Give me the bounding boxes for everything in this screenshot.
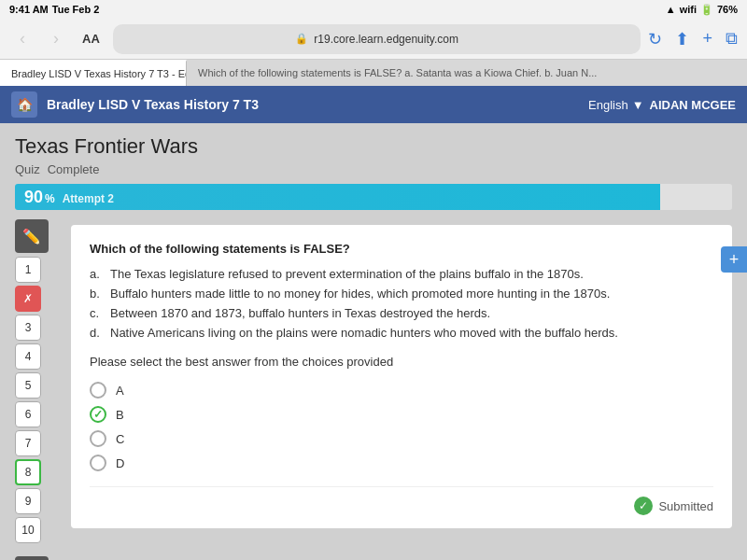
progress-text: 90% Attempt 2: [24, 188, 114, 207]
q-num-4[interactable]: 4: [15, 343, 41, 370]
battery-icon: 🔋: [700, 4, 713, 16]
q-num-7[interactable]: 7: [15, 430, 41, 456]
option-b-label: B: [116, 408, 124, 422]
answer-c: c. Between 1870 and 1873, buffalo hunter…: [90, 306, 713, 320]
user-name: AIDAN MCGEE: [650, 98, 736, 112]
radio-d[interactable]: [90, 455, 106, 471]
answer-text-d: Native Americans living on the plains we…: [110, 326, 618, 340]
option-a-label: A: [116, 384, 124, 398]
reload-button[interactable]: ↻: [648, 29, 662, 49]
radio-a[interactable]: [90, 382, 106, 399]
option-d[interactable]: D: [90, 455, 713, 471]
text-size-button[interactable]: AA: [77, 28, 106, 49]
q-num-2[interactable]: ✗: [15, 286, 41, 312]
lock-icon: 🔒: [295, 33, 308, 45]
plus-button[interactable]: +: [721, 246, 747, 273]
card-footer: ✓ Submitted: [90, 486, 713, 515]
status-indicators: ▲ wifi 🔋 76%: [666, 4, 738, 16]
answer-a: a. The Texas legislature refused to prev…: [90, 267, 713, 281]
header-right: English ▼ AIDAN MCGEE: [588, 98, 736, 112]
home-icon: 🏠: [17, 97, 33, 112]
language-selector[interactable]: English ▼: [588, 98, 644, 112]
new-tab-button[interactable]: +: [702, 29, 712, 49]
tab-left[interactable]: Bradley LISD V Texas History 7 T3 - Edge…: [0, 60, 187, 86]
option-a[interactable]: A: [90, 382, 713, 399]
signal-icon: ▲: [666, 4, 676, 15]
browser-actions: ↻ ⬆ + ⧉: [648, 29, 738, 49]
language-label: English: [588, 98, 628, 112]
battery-pct: 76%: [717, 4, 738, 15]
answer-letter-a: a.: [90, 267, 103, 281]
question-text: Which of the following statements is FAL…: [90, 242, 713, 256]
radio-b[interactable]: [90, 406, 106, 423]
tab-left-label: Bradley LISD V Texas History 7 T3 - Edge…: [11, 68, 187, 79]
status-bar: 9:41 AM Tue Feb 2 ▲ wifi 🔋 76%: [0, 0, 747, 19]
status-time: 9:41 AM: [9, 4, 49, 15]
chevron-down-icon: ▼: [632, 98, 644, 112]
answer-b: b. Buffalo hunters made little to no mon…: [90, 287, 713, 301]
question-card: Which of the following statements is FAL…: [71, 225, 732, 528]
percent-sign: %: [45, 192, 55, 205]
select-instruction: Please select the best answer from the c…: [90, 355, 713, 369]
submitted-label: Submitted: [658, 499, 713, 513]
tabs-button[interactable]: ⧉: [726, 29, 738, 49]
submitted-check-icon: ✓: [634, 497, 653, 515]
progress-bar: 90% Attempt 2: [15, 184, 660, 210]
q-num-1[interactable]: 1: [15, 257, 41, 283]
answer-text-a: The Texas legislature refused to prevent…: [110, 267, 584, 281]
option-c[interactable]: C: [90, 430, 713, 447]
answer-letter-d: d.: [90, 326, 103, 340]
wifi-icon: wifi: [680, 4, 697, 15]
content-area: ✏️ 1 ✗ 3 4 5 6 7 8 9 10 🎧: [15, 219, 732, 560]
tab-right-label: Which of the following statements is FAL…: [198, 67, 597, 78]
forward-button[interactable]: ›: [43, 26, 69, 52]
q-num-3[interactable]: 3: [15, 315, 41, 341]
url-bar[interactable]: 🔒 r19.core.learn.edgenuity.com: [113, 24, 641, 54]
tab-right[interactable]: Which of the following statements is FAL…: [187, 60, 747, 86]
back-button[interactable]: ‹: [9, 26, 35, 52]
option-c-label: C: [116, 432, 124, 446]
answer-letter-b: b.: [90, 287, 103, 301]
page-title: Texas Frontier Wars: [15, 134, 732, 159]
attempt-label: Attempt 2: [63, 192, 114, 205]
quiz-label: Quiz: [15, 162, 40, 176]
option-d-label: D: [116, 456, 124, 470]
quiz-info: Quiz Complete: [15, 162, 732, 176]
tab-bar: Bradley LISD V Texas History 7 T3 - Edge…: [0, 60, 747, 86]
progress-container: 90% Attempt 2: [15, 184, 732, 210]
answer-d: d. Native Americans living on the plains…: [90, 326, 713, 340]
share-button[interactable]: ⬆: [675, 29, 689, 49]
answer-text-c: Between 1870 and 1873, buffalo hunters i…: [110, 306, 490, 320]
q-num-5[interactable]: 5: [15, 372, 41, 399]
option-b[interactable]: B: [90, 406, 713, 423]
q-num-10[interactable]: 10: [15, 517, 41, 543]
question-numbers: 1 ✗ 3 4 5 6 7 8 9 10: [15, 257, 49, 543]
answer-letter-c: c.: [90, 306, 103, 320]
main-content: + Texas Frontier Wars Quiz Complete 90% …: [0, 123, 747, 560]
q-num-6[interactable]: 6: [15, 401, 41, 427]
answer-text-b: Buffalo hunters made little to no money …: [110, 287, 610, 301]
radio-c[interactable]: [90, 430, 106, 447]
progress-percent: 90: [24, 188, 43, 207]
complete-label: Complete: [48, 162, 100, 176]
home-button[interactable]: 🏠: [11, 91, 37, 118]
url-text: r19.core.learn.edgenuity.com: [314, 33, 458, 46]
q-num-8[interactable]: 8: [15, 459, 41, 485]
submitted-badge: ✓ Submitted: [634, 497, 713, 515]
left-panel: ✏️ 1 ✗ 3 4 5 6 7 8 9 10 🎧: [15, 219, 71, 560]
q-num-9[interactable]: 9: [15, 488, 41, 514]
app-header-title: Bradley LISD V Texas History 7 T3: [47, 97, 579, 112]
browser-bar: ‹ › AA 🔒 r19.core.learn.edgenuity.com ↻ …: [0, 19, 747, 60]
right-content: Which of the following statements is FAL…: [71, 219, 732, 560]
status-day: Tue Feb 2: [52, 4, 100, 15]
pencil-icon: ✏️: [22, 228, 41, 245]
pencil-button[interactable]: ✏️: [15, 219, 49, 253]
app-header: 🏠 Bradley LISD V Texas History 7 T3 Engl…: [0, 86, 747, 123]
answer-list: a. The Texas legislature refused to prev…: [90, 267, 713, 340]
headphone-button[interactable]: 🎧: [15, 556, 49, 560]
radio-options: A B C D: [90, 382, 713, 471]
